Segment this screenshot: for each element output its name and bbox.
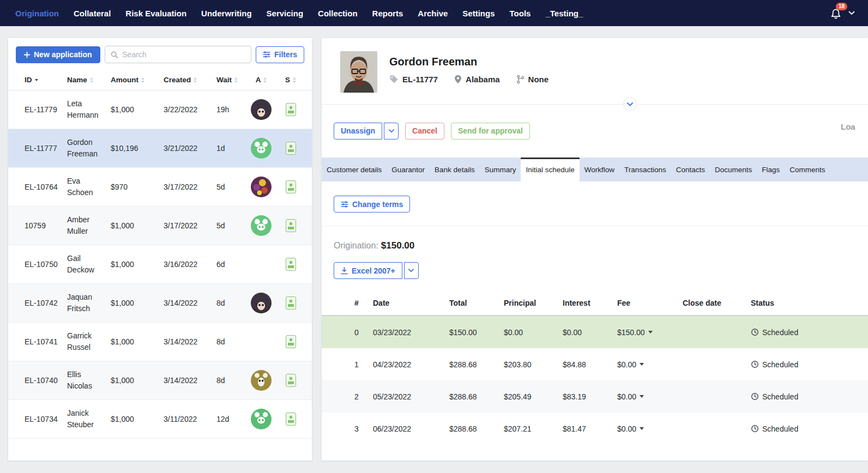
nav-item[interactable]: Collection	[318, 9, 358, 18]
application-id: EL-10740	[25, 376, 67, 385]
application-row[interactable]: EL-10764 Eva Schoen $970 3/17/2022 5d	[8, 168, 312, 207]
sort-icon[interactable]	[90, 77, 93, 83]
nav-item[interactable]: Tools	[510, 9, 531, 18]
assignee-avatar	[251, 293, 272, 313]
schedule-row[interactable]: 2 05/23/2022 $288.68 $205.49 $83.19 $0.0…	[322, 380, 868, 413]
nav-item[interactable]: Reports	[372, 9, 403, 18]
nav-item[interactable]: Archive	[418, 9, 448, 18]
application-row[interactable]: EL-10734 Janick Steuber $1,000 3/11/2022…	[8, 400, 312, 439]
schedule-status: Scheduled	[762, 392, 798, 401]
detail-tab[interactable]: Transactions	[619, 157, 671, 181]
customer-header: Gordon Freeman EL-11777 Alabama	[322, 38, 868, 105]
column-header[interactable]: Created	[164, 76, 216, 84]
send-for-approval-button[interactable]: Send for approval	[451, 123, 530, 140]
sort-icon[interactable]	[263, 77, 267, 83]
chevron-down-icon[interactable]	[848, 11, 855, 15]
column-header[interactable]: ID	[25, 76, 67, 84]
nav-item[interactable]: Underwriting	[201, 9, 252, 18]
column-header[interactable]: Amount	[111, 76, 164, 84]
unassign-button[interactable]: Unassign	[334, 123, 382, 140]
status-card-icon	[286, 413, 296, 426]
detail-tabs: Customer details Guarantor Bank details …	[322, 157, 868, 181]
schedule-row[interactable]: 3 06/23/2022 $288.68 $207.21 $81.47 $0.0…	[322, 413, 868, 445]
application-row[interactable]: 10759 Amber Muller $1,000 3/17/2022 5d	[8, 207, 312, 245]
application-row[interactable]: EL-10750 Gail Deckow $1,000 3/16/2022 6d	[8, 245, 312, 284]
schedule-column-header: Interest	[563, 299, 617, 307]
assignee-avatar	[251, 177, 272, 197]
sort-icon[interactable]	[194, 77, 197, 83]
fee-dropdown-icon[interactable]	[640, 363, 644, 368]
truncated-right-text: Loa	[841, 122, 855, 131]
sort-icon[interactable]	[141, 77, 144, 83]
application-name: Jaquan Fritsch	[67, 292, 111, 314]
detail-tab[interactable]: Customer details	[322, 157, 387, 181]
customer-location: Alabama	[454, 75, 500, 84]
detail-tab[interactable]: Initial schedule	[521, 157, 579, 181]
schedule-interest: $0.00	[563, 328, 617, 337]
change-terms-button[interactable]: Change terms	[334, 196, 410, 213]
nav-item[interactable]: Settings	[462, 9, 495, 18]
sort-icon[interactable]	[234, 77, 238, 83]
export-excel-button[interactable]: Excel 2007+	[334, 262, 402, 279]
column-header[interactable]: A	[245, 76, 278, 84]
unassign-dropdown-button[interactable]	[384, 123, 399, 140]
detail-tab[interactable]: Comments	[785, 157, 830, 181]
application-created: 3/17/2022	[164, 221, 216, 230]
new-application-button[interactable]: New application	[16, 46, 100, 63]
detail-tab[interactable]: Summary	[480, 157, 521, 181]
fee-dropdown-icon[interactable]	[640, 395, 644, 400]
nav-item[interactable]: Origination	[15, 9, 59, 18]
status-card-icon	[286, 258, 296, 271]
schedule-column-header: #	[340, 299, 373, 307]
detail-tab[interactable]: Contacts	[671, 157, 710, 181]
sort-icon[interactable]	[293, 77, 296, 83]
application-name: Garrick Russel	[67, 330, 111, 353]
search-icon	[111, 51, 118, 59]
search-input[interactable]	[122, 50, 245, 59]
application-wait: 5d	[216, 221, 245, 230]
branch-icon	[516, 75, 525, 84]
schedule-num: 1	[340, 360, 373, 369]
detail-tab[interactable]: Bank details	[430, 157, 480, 181]
nav-item[interactable]: Servicing	[267, 9, 304, 18]
application-id: EL-10741	[25, 337, 67, 346]
application-wait: 5d	[216, 183, 245, 191]
fee-dropdown-icon[interactable]	[640, 427, 644, 432]
detail-tab[interactable]: Guarantor	[387, 157, 430, 181]
column-header[interactable]: S	[278, 76, 304, 84]
application-row[interactable]: EL-11779 Leta Hermann $1,000 3/22/2022 1…	[8, 90, 312, 129]
assignee-avatar	[251, 138, 272, 159]
nav-item[interactable]: _Testing_	[545, 9, 583, 18]
application-row[interactable]: EL-10742 Jaquan Fritsch $1,000 3/14/2022…	[8, 284, 312, 323]
assignee-avatar	[251, 331, 272, 352]
schedule-principal: $205.49	[504, 392, 563, 401]
chevron-down-icon	[408, 269, 414, 272]
column-header[interactable]: Wait	[216, 76, 245, 84]
status-card-icon	[286, 142, 296, 155]
application-amount: $1,000	[111, 105, 164, 114]
export-dropdown-button[interactable]	[404, 262, 419, 279]
application-row[interactable]: EL-10740 Ellis Nicolas $1,000 3/14/2022 …	[8, 361, 312, 400]
cancel-button[interactable]: Cancel	[405, 123, 444, 140]
column-header[interactable]: Name	[67, 76, 111, 84]
nav-item[interactable]: Collateral	[74, 9, 111, 18]
application-id: EL-11777	[25, 144, 67, 153]
filters-button[interactable]: Filters	[256, 46, 304, 63]
assignee-avatar	[251, 409, 272, 429]
schedule-row[interactable]: 1 04/23/2022 $288.68 $203.80 $84.88 $0.0…	[322, 348, 868, 380]
sort-icon[interactable]	[35, 79, 38, 81]
application-wait: 19h	[216, 105, 245, 114]
detail-tab[interactable]: Documents	[710, 157, 757, 181]
detail-tab[interactable]: Workflow	[580, 157, 619, 181]
fee-dropdown-icon[interactable]	[648, 331, 653, 336]
schedule-column-header: Date	[373, 299, 449, 307]
assignee-avatar	[251, 99, 272, 120]
application-row[interactable]: EL-11777 Gordon Freeman $10,196 3/21/202…	[8, 129, 312, 168]
notifications-button[interactable]: 18	[829, 6, 843, 20]
application-row[interactable]: EL-10741 Garrick Russel $1,000 3/14/2022…	[8, 323, 312, 361]
nav-item[interactable]: Risk Evaluation	[125, 9, 186, 18]
status-card-icon	[286, 374, 296, 387]
detail-tab[interactable]: Flags	[757, 157, 785, 181]
schedule-row[interactable]: 0 03/23/2022 $150.00 $0.00 $0.00 $150.00	[322, 316, 868, 348]
application-wait: 8d	[216, 299, 245, 307]
